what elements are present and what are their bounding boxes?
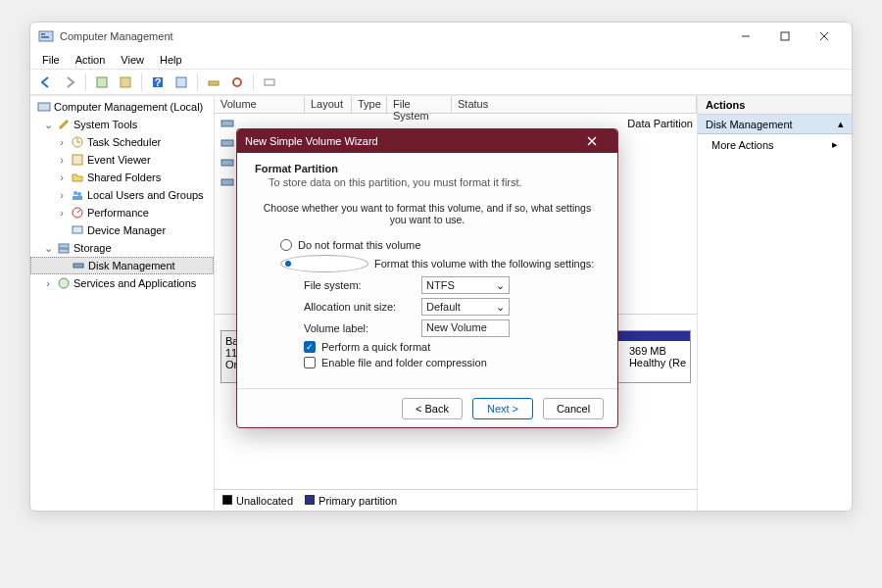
tree-task[interactable]: ›Task Scheduler — [30, 133, 214, 151]
checkbox-compression[interactable]: Enable file and folder compression — [304, 357, 600, 368]
svg-rect-1 — [41, 33, 45, 35]
col-layout[interactable]: Layout — [305, 96, 352, 113]
svg-rect-25 — [74, 264, 83, 268]
back-button[interactable]: < Back — [402, 398, 463, 419]
actions-header: Actions — [698, 96, 852, 115]
svg-text:?: ? — [155, 76, 162, 88]
svg-rect-24 — [59, 249, 69, 253]
svg-rect-7 — [97, 77, 107, 87]
checkbox-icon — [304, 357, 316, 368]
menu-view[interactable]: View — [113, 52, 152, 68]
svg-rect-2 — [41, 36, 49, 38]
allocation-unit-select[interactable]: Default⌄ — [421, 298, 510, 316]
folder-icon — [71, 171, 84, 184]
tree-storage[interactable]: ⌄Storage — [30, 239, 214, 257]
radio-no-format[interactable]: Do not format this volume — [280, 239, 600, 251]
svg-rect-17 — [73, 155, 82, 165]
svg-point-13 — [233, 78, 241, 86]
chevron-right-icon[interactable]: › — [56, 172, 68, 183]
back-icon[interactable] — [36, 73, 56, 92]
chevron-right-icon[interactable]: › — [56, 154, 68, 166]
menu-help[interactable]: Help — [152, 52, 190, 68]
tree-perf[interactable]: ›Performance — [30, 204, 214, 221]
help-icon[interactable]: ? — [148, 73, 168, 92]
event-icon — [71, 153, 84, 167]
col-type[interactable]: Type — [352, 96, 387, 113]
radio-format[interactable]: Format this volume with the following se… — [280, 255, 600, 272]
drive-icon — [220, 136, 234, 150]
chevron-down-icon: ⌄ — [496, 279, 505, 292]
tree-users[interactable]: ›Local Users and Groups — [30, 186, 214, 204]
device-icon — [71, 223, 84, 237]
wizard-heading: Format Partition — [255, 163, 600, 174]
svg-point-18 — [74, 191, 77, 195]
svg-rect-29 — [221, 160, 233, 166]
tree-services[interactable]: ›Services and Applications — [30, 274, 214, 292]
chevron-right-icon[interactable]: › — [42, 277, 54, 289]
col-status[interactable]: Status — [452, 96, 697, 113]
partition-block[interactable]: 369 MB Healthy (Re — [607, 330, 691, 383]
legend: Unallocated Primary partition — [215, 489, 697, 511]
svg-rect-8 — [121, 77, 130, 87]
checkbox-icon: ✓ — [304, 341, 316, 353]
wizard-title: New Simple Volume Wizard — [245, 135, 378, 147]
tb-icon-2[interactable] — [116, 73, 135, 92]
nav-tree: Computer Management (Local) ⌄ System Too… — [30, 96, 215, 511]
chevron-down-icon[interactable]: ⌄ — [42, 119, 54, 130]
svg-rect-4 — [781, 32, 789, 40]
tree-devmgr[interactable]: Device Manager — [30, 221, 214, 239]
volume-label-input[interactable]: New Volume — [421, 319, 510, 337]
col-fs[interactable]: File System — [387, 96, 452, 113]
tree-shared[interactable]: ›Shared Folders — [30, 169, 214, 186]
wizard-subheading: To store data on this partition, you mus… — [269, 176, 600, 188]
legend-unallocated: Unallocated — [222, 495, 293, 507]
titlebar: Computer Management — [30, 23, 852, 50]
actions-pane: Actions Disk Management ▴ More Actions ▸ — [697, 96, 852, 511]
tb-icon-3[interactable] — [172, 73, 191, 92]
chevron-right-icon[interactable]: › — [56, 189, 68, 201]
next-button[interactable]: Next > — [472, 398, 533, 419]
wizard-dialog: New Simple Volume Wizard Format Partitio… — [236, 128, 618, 428]
minimize-button[interactable] — [726, 23, 765, 50]
drive-icon — [220, 175, 234, 189]
legend-primary: Primary partition — [305, 495, 397, 507]
drive-icon — [220, 117, 234, 130]
tb-icon-6[interactable] — [260, 73, 279, 92]
label-volume-label: Volume label: — [304, 322, 421, 334]
tree-diskmgmt[interactable]: Disk Management — [30, 257, 214, 274]
close-button[interactable] — [805, 23, 844, 50]
forward-icon[interactable] — [60, 73, 79, 92]
tree-root[interactable]: Computer Management (Local) — [30, 98, 214, 116]
actions-more[interactable]: More Actions ▸ — [698, 134, 852, 155]
checkbox-quick-format[interactable]: ✓ Perform a quick format — [304, 341, 600, 353]
chevron-down-icon: ⌄ — [496, 301, 505, 314]
wizard-instruction: Choose whether you want to format this v… — [255, 202, 600, 225]
svg-rect-27 — [221, 121, 233, 126]
wizard-buttons: < Back Next > Cancel — [237, 388, 617, 427]
maximize-button[interactable] — [765, 23, 805, 50]
cancel-button[interactable]: Cancel — [543, 398, 604, 419]
tree-systools[interactable]: ⌄ System Tools — [30, 116, 214, 133]
tree-event[interactable]: ›Event Viewer — [30, 151, 214, 169]
chevron-right-icon: ▸ — [832, 138, 838, 151]
menu-file[interactable]: File — [34, 52, 68, 68]
chevron-right-icon[interactable]: › — [56, 207, 68, 219]
svg-point-19 — [77, 192, 81, 196]
clock-icon — [71, 135, 84, 149]
col-volume[interactable]: Volume — [215, 96, 305, 113]
tb-icon-5[interactable] — [227, 73, 247, 92]
svg-rect-30 — [221, 179, 233, 185]
file-system-select[interactable]: NTFS⌄ — [421, 276, 510, 294]
chevron-down-icon[interactable]: ⌄ — [42, 242, 54, 254]
drive-icon — [220, 156, 234, 170]
actions-section[interactable]: Disk Management ▴ — [698, 115, 852, 134]
menu-action[interactable]: Action — [68, 52, 114, 68]
wizard-close-button[interactable] — [586, 135, 610, 147]
radio-icon — [280, 239, 292, 251]
svg-point-26 — [59, 278, 69, 288]
tb-icon-1[interactable] — [92, 73, 112, 92]
disk-icon — [72, 259, 85, 272]
svg-rect-22 — [73, 226, 82, 233]
tb-icon-4[interactable] — [204, 73, 223, 92]
chevron-right-icon[interactable]: › — [56, 136, 68, 148]
